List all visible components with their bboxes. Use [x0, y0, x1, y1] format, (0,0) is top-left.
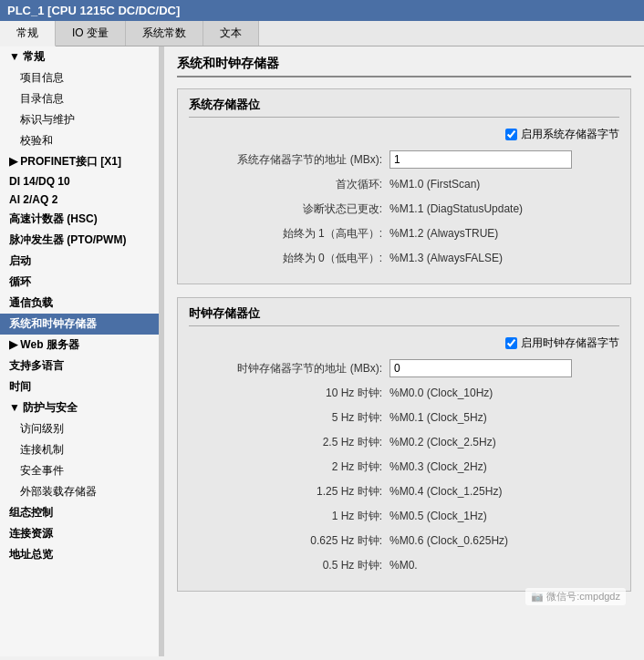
sidebar-item-pto-pwm[interactable]: 脉冲发生器 (PTO/PWM) [0, 230, 159, 251]
sidebar-item-security[interactable]: ▼ 防护与安全 [0, 397, 159, 418]
system-address-label: 系统存储器字节的地址 (MBx): [189, 152, 390, 168]
system-enable-row: 启用系统存储器字节 [189, 127, 619, 142]
first-scan-row: 首次循环: %M1.0 (FirstScan) [189, 174, 619, 194]
sidebar: ▼ 常规 项目信息 目录信息 标识与维护 校验和 ▶ PROFINET接口 [X… [0, 46, 160, 656]
clock-5hz-row: 5 Hz 时钟: %M0.1 (Clock_5Hz) [189, 407, 619, 428]
clock-2hz-row: 2 Hz 时钟: %M0.3 (Clock_2Hz) [189, 457, 619, 477]
sidebar-item-comm-load[interactable]: 通信负载 [0, 293, 159, 314]
clock-05hz-value: %M0. [390, 559, 418, 572]
clock-05hz-label: 0.5 Hz 时钟: [189, 558, 390, 573]
clock-0625hz-value: %M0.6 (Clock_0.625Hz) [390, 534, 508, 547]
tab-text[interactable]: 文本 [203, 21, 259, 46]
clock-1hz-value: %M0.5 (Clock_1Hz) [390, 510, 487, 522]
clock-25hz-row: 2.5 Hz 时钟: %M0.2 (Clock_2.5Hz) [189, 432, 619, 452]
always-false-label: 始终为 0（低电平）: [189, 251, 390, 266]
sidebar-item-di-dq[interactable]: DI 14/DQ 10 [0, 172, 159, 191]
always-true-value: %M1.2 (AlwaysTRUE) [390, 227, 498, 240]
clock-10hz-label: 10 Hz 时钟: [189, 386, 390, 401]
clock-5hz-value: %M0.1 (Clock_5Hz) [390, 411, 487, 424]
sidebar-item-identification[interactable]: 标识与维护 [0, 109, 159, 130]
system-enable-label: 启用系统存储器字节 [521, 127, 619, 142]
clock-125hz-label: 1.25 Hz 时钟: [189, 484, 390, 500]
watermark: 📷 微信号:cmpdgdz [525, 588, 626, 605]
sidebar-item-multilang[interactable]: 支持多语言 [0, 356, 159, 376]
sidebar-item-general[interactable]: ▼ 常规 [0, 46, 159, 67]
sidebar-item-access-level[interactable]: 访问级别 [0, 418, 159, 439]
system-address-input[interactable] [390, 150, 572, 169]
clock-5hz-label: 5 Hz 时钟: [189, 410, 390, 426]
sidebar-item-connection-mechanism[interactable]: 连接机制 [0, 439, 159, 460]
clock-0625hz-label: 0.625 Hz 时钟: [189, 533, 390, 549]
clock-0625hz-row: 0.625 Hz 时钟: %M0.6 (Clock_0.625Hz) [189, 531, 619, 551]
clock-address-label: 时钟存储器字节的地址 (MBx): [189, 361, 390, 376]
first-scan-value: %M1.0 (FirstScan) [390, 178, 480, 191]
clock-enable-row: 启用时钟存储器字节 [189, 335, 619, 351]
clock-1hz-row: 1 Hz 时钟: %M0.5 (Clock_1Hz) [189, 506, 619, 526]
system-address-row: 系统存储器字节的地址 (MBx): [189, 150, 619, 170]
sidebar-item-system-clock[interactable]: 系统和时钟存储器 [0, 314, 159, 335]
main-section-title: 系统和时钟存储器 [177, 56, 631, 77]
window-title: PLC_1 [CPU 1215C DC/DC/DC] [7, 4, 180, 17]
clock-05hz-row: 0.5 Hz 时钟: %M0. [189, 555, 619, 575]
sidebar-item-config-control[interactable]: 组态控制 [0, 502, 159, 523]
tab-io-variables[interactable]: IO 变量 [56, 21, 126, 46]
main-container: ▼ 常规 项目信息 目录信息 标识与维护 校验和 ▶ PROFINET接口 [X… [0, 46, 644, 656]
clock-address-input[interactable] [390, 359, 572, 377]
content-area: 系统和时钟存储器 系统存储器位 启用系统存储器字节 系统存储器字节的地址 (MB… [164, 46, 644, 656]
system-storage-section: 系统存储器位 启用系统存储器字节 系统存储器字节的地址 (MBx): 首次循环:… [177, 88, 631, 284]
tab-general[interactable]: 常规 [0, 21, 56, 46]
always-true-row: 始终为 1（高电平）: %M1.2 (AlwaysTRUE) [189, 223, 619, 243]
always-false-value: %M1.3 (AlwaysFALSE) [390, 252, 503, 264]
sidebar-item-external-storage[interactable]: 外部装载存储器 [0, 481, 159, 502]
tabs-bar: 常规 IO 变量 系统常数 文本 [0, 21, 644, 46]
clock-enable-checkbox[interactable] [505, 337, 517, 349]
sidebar-item-catalog-info[interactable]: 目录信息 [0, 88, 159, 109]
sidebar-item-web-server[interactable]: ▶ Web 服务器 [0, 335, 159, 356]
tab-system-constants[interactable]: 系统常数 [126, 21, 203, 46]
clock-10hz-value: %M0.0 (Clock_10Hz) [390, 387, 493, 399]
clock-125hz-row: 1.25 Hz 时钟: %M0.4 (Clock_1.25Hz) [189, 481, 619, 501]
arrow-icon: ▼ [9, 50, 23, 63]
sidebar-item-address-overview[interactable]: 地址总览 [0, 544, 159, 565]
diag-status-row: 诊断状态已更改: %M1.1 (DiagStatusUpdate) [189, 199, 619, 219]
diag-status-value: %M1.1 (DiagStatusUpdate) [390, 202, 523, 215]
sidebar-item-checksum[interactable]: 校验和 [0, 130, 159, 151]
sidebar-item-profinet[interactable]: ▶ PROFINET接口 [X1] [0, 151, 159, 172]
clock-storage-title: 时钟存储器位 [189, 305, 619, 326]
clock-25hz-value: %M0.2 (Clock_2.5Hz) [390, 436, 496, 449]
title-bar: PLC_1 [CPU 1215C DC/DC/DC] [0, 0, 644, 21]
clock-10hz-row: 10 Hz 时钟: %M0.0 (Clock_10Hz) [189, 383, 619, 403]
sidebar-item-hsc[interactable]: 高速计数器 (HSC) [0, 209, 159, 230]
watermark-text: 微信号:cmpdgdz [546, 591, 620, 602]
clock-enable-label: 启用时钟存储器字节 [521, 335, 619, 351]
system-enable-checkbox[interactable] [505, 129, 517, 140]
system-storage-title: 系统存储器位 [189, 97, 619, 118]
clock-storage-section: 时钟存储器位 启用时钟存储器字节 时钟存储器字节的地址 (MBx): 10 Hz… [177, 297, 631, 592]
clock-25hz-label: 2.5 Hz 时钟: [189, 435, 390, 450]
always-false-row: 始终为 0（低电平）: %M1.3 (AlwaysFALSE) [189, 248, 619, 268]
sidebar-item-connection-resources[interactable]: 连接资源 [0, 523, 159, 544]
sidebar-item-cycle[interactable]: 循环 [0, 272, 159, 293]
clock-2hz-value: %M0.3 (Clock_2Hz) [390, 460, 487, 473]
first-scan-label: 首次循环: [189, 177, 390, 192]
clock-125hz-value: %M0.4 (Clock_1.25Hz) [390, 485, 502, 498]
sidebar-item-startup[interactable]: 启动 [0, 251, 159, 272]
sidebar-item-time[interactable]: 时间 [0, 376, 159, 397]
sidebar-item-security-events[interactable]: 安全事件 [0, 460, 159, 481]
clock-1hz-label: 1 Hz 时钟: [189, 509, 390, 524]
clock-2hz-label: 2 Hz 时钟: [189, 459, 390, 475]
diag-status-label: 诊断状态已更改: [189, 201, 390, 217]
sidebar-item-ai-aq[interactable]: AI 2/AQ 2 [0, 191, 159, 209]
sidebar-item-project-info[interactable]: 项目信息 [0, 67, 159, 88]
clock-address-row: 时钟存储器字节的地址 (MBx): [189, 358, 619, 378]
watermark-icon: 📷 [531, 591, 546, 602]
always-true-label: 始终为 1（高电平）: [189, 226, 390, 242]
